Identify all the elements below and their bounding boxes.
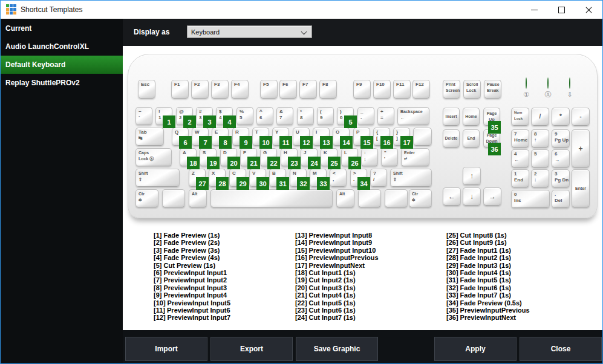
key-numpad-multiply[interactable]: * bbox=[552, 108, 570, 126]
key-p[interactable]: P15 bbox=[353, 128, 370, 146]
key-blank-2[interactable] bbox=[358, 189, 381, 207]
import-button[interactable]: Import bbox=[125, 337, 207, 361]
key-f3[interactable]: F3 bbox=[211, 80, 229, 99]
key-z[interactable]: Z27 bbox=[189, 169, 206, 187]
key-i[interactable]: I13 bbox=[313, 128, 330, 146]
key-c[interactable]: C29 bbox=[229, 169, 246, 187]
key-0[interactable]: )05 bbox=[337, 107, 354, 125]
key-k[interactable]: K25 bbox=[321, 148, 337, 166]
key-quote[interactable]: "' bbox=[381, 148, 398, 166]
key-2[interactable]: @22 bbox=[176, 107, 193, 125]
key-u[interactable]: U12 bbox=[293, 128, 310, 146]
key-numpad-divide[interactable]: / bbox=[531, 108, 549, 126]
key-numpad-0[interactable]: 0Ins bbox=[511, 190, 550, 208]
sidebar-item-default-keyboard[interactable]: Default Keyboard bbox=[1, 56, 123, 74]
key-7[interactable]: &7 bbox=[276, 107, 293, 125]
key-e[interactable]: E8 bbox=[212, 128, 229, 146]
key-numpad-dot[interactable]: .Del bbox=[552, 190, 570, 208]
key-m[interactable]: M33 bbox=[310, 169, 327, 187]
key-1[interactable]: !11 bbox=[155, 107, 172, 125]
key-left-shift[interactable]: Shift⇧ bbox=[135, 169, 180, 187]
key-f[interactable]: F21 bbox=[240, 148, 257, 166]
display-as-dropdown[interactable]: Keyboard bbox=[187, 25, 312, 38]
key-arrow-down[interactable]: ↓ bbox=[463, 187, 481, 206]
key-blank-3[interactable] bbox=[385, 189, 408, 207]
key-t[interactable]: T10 bbox=[252, 128, 269, 146]
key-d[interactable]: D20 bbox=[220, 148, 237, 166]
key-period[interactable]: >.34 bbox=[350, 169, 367, 187]
key-numpad-9[interactable]: 9Pg Up bbox=[552, 129, 570, 148]
key-f4[interactable]: F4 bbox=[231, 80, 249, 99]
key-backspace[interactable]: Backspace← bbox=[397, 107, 429, 125]
key-numpad-subtract[interactable]: - bbox=[572, 108, 590, 126]
save-graphic-button[interactable]: Save Graphic bbox=[296, 337, 378, 361]
export-button[interactable]: Export bbox=[210, 337, 293, 361]
key-space[interactable] bbox=[210, 189, 333, 207]
key-numpad-enter[interactable]: Enter bbox=[572, 169, 590, 207]
key-numpad-4[interactable]: 4← bbox=[511, 149, 529, 167]
key-slash[interactable]: ?/ bbox=[370, 169, 387, 187]
key-numpad-3[interactable]: 3Pg Dn bbox=[552, 169, 570, 187]
key-f1[interactable]: F1 bbox=[171, 80, 189, 99]
key-h[interactable]: H23 bbox=[281, 148, 298, 166]
key-end[interactable]: End bbox=[463, 129, 480, 148]
key-f9[interactable]: F9 bbox=[353, 80, 371, 99]
key-a[interactable]: A18 bbox=[180, 148, 197, 166]
key-f12[interactable]: F12 bbox=[412, 80, 430, 99]
key-s[interactable]: S19 bbox=[200, 148, 217, 166]
key-caps-lock[interactable]: CapsLock Ⓐ bbox=[135, 148, 172, 166]
key-3[interactable]: #33 bbox=[196, 107, 213, 125]
key-blank-1[interactable] bbox=[162, 189, 185, 207]
key-l[interactable]: L26 bbox=[341, 148, 358, 166]
sidebar-item-current[interactable]: Current bbox=[1, 19, 123, 37]
maximize-button[interactable] bbox=[548, 1, 575, 19]
key-num-lock[interactable]: NumLock bbox=[511, 108, 529, 126]
key-f11[interactable]: F11 bbox=[393, 80, 411, 99]
close-action-button[interactable]: Close bbox=[520, 337, 602, 361]
key-f6[interactable]: F6 bbox=[279, 80, 297, 99]
key-arrow-left[interactable]: ← bbox=[443, 187, 461, 206]
key-esc[interactable]: Esc bbox=[138, 80, 155, 99]
sidebar-item-replay-shuttleprov2[interactable]: Replay ShuttlePROv2 bbox=[1, 74, 123, 92]
key-numpad-6[interactable]: 6→ bbox=[552, 149, 570, 167]
key-backquote[interactable]: ~` bbox=[135, 107, 152, 125]
key-y[interactable]: Y11 bbox=[272, 128, 289, 146]
key-f8[interactable]: F8 bbox=[319, 80, 337, 99]
minimize-button[interactable] bbox=[521, 1, 548, 19]
key-numpad-7[interactable]: 7Home bbox=[511, 129, 529, 148]
key-pause-break[interactable]: PauseBreak bbox=[484, 80, 501, 99]
key-right-alt[interactable]: Alt bbox=[336, 189, 354, 207]
key-5[interactable]: %5 bbox=[236, 107, 253, 125]
key-6[interactable]: ^6 bbox=[256, 107, 273, 125]
key-x[interactable]: X28 bbox=[209, 169, 226, 187]
key-comma[interactable]: <, bbox=[330, 169, 347, 187]
key-semicolon[interactable]: :; bbox=[361, 148, 378, 166]
key-n[interactable]: N32 bbox=[290, 169, 307, 187]
key-9[interactable]: (9 bbox=[317, 107, 334, 125]
key-f7[interactable]: F7 bbox=[299, 80, 317, 99]
key-tab[interactable]: Tab↹ bbox=[135, 128, 164, 146]
key-arrow-up[interactable]: ↑ bbox=[463, 167, 481, 185]
key-equals[interactable]: += bbox=[377, 107, 394, 125]
key-left-alt[interactable]: Alt bbox=[189, 189, 207, 207]
key-insert[interactable]: Insert bbox=[443, 108, 460, 126]
apply-action-button[interactable]: Apply bbox=[434, 337, 517, 361]
key-home[interactable]: Home bbox=[463, 108, 480, 126]
key-right-bracket[interactable]: }]17 bbox=[393, 128, 410, 146]
key-numpad-2[interactable]: 2↓ bbox=[531, 169, 549, 187]
key-f5[interactable]: F5 bbox=[260, 80, 278, 99]
key-b[interactable]: B31 bbox=[269, 169, 286, 187]
key-numpad-add[interactable]: + bbox=[572, 129, 590, 167]
key-right-ctrl[interactable]: Ctr✲ bbox=[409, 189, 432, 207]
key-delete[interactable]: Delete bbox=[443, 129, 460, 148]
key-arrow-right[interactable]: → bbox=[483, 187, 501, 206]
key-numpad-5[interactable]: 5 bbox=[531, 149, 549, 167]
key-numpad-8[interactable]: 8↑ bbox=[531, 129, 549, 148]
close-button[interactable] bbox=[575, 1, 602, 19]
key-v[interactable]: V30 bbox=[249, 169, 266, 187]
key-backslash[interactable] bbox=[413, 128, 432, 146]
key-left-bracket[interactable]: {[16 bbox=[373, 128, 390, 146]
key-f2[interactable]: F2 bbox=[191, 80, 209, 99]
key-enter[interactable]: Enter↵ bbox=[401, 148, 429, 166]
key-f10[interactable]: F10 bbox=[373, 80, 391, 99]
